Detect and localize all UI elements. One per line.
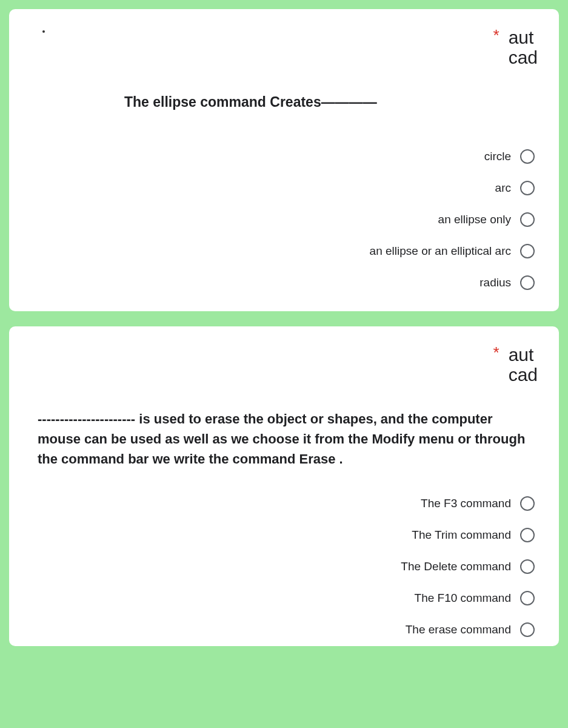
radio-icon[interactable]: [520, 496, 535, 511]
radio-icon[interactable]: [520, 275, 535, 290]
category-label: aut cad: [509, 345, 538, 385]
option-label: The Trim command: [412, 528, 511, 542]
radio-icon[interactable]: [520, 244, 535, 258]
option-label: an ellipse only: [438, 213, 511, 226]
option-row[interactable]: an ellipse only: [438, 212, 535, 227]
card-header: * aut cad: [30, 345, 538, 385]
question-card-2: * aut cad ---------------------- is used…: [9, 326, 559, 646]
required-star-icon: *: [493, 27, 500, 43]
options-list: The F3 command The Trim command The Dele…: [30, 496, 538, 637]
option-row[interactable]: an ellipse or an elliptical arc: [370, 244, 535, 258]
dot-decoration: [42, 30, 45, 33]
option-row[interactable]: radius: [479, 275, 535, 290]
option-row[interactable]: arc: [495, 181, 535, 195]
card-header: * aut cad: [30, 27, 538, 67]
category-line2: cad: [509, 365, 538, 385]
radio-icon[interactable]: [520, 559, 535, 574]
option-row[interactable]: The Delete command: [401, 559, 535, 574]
radio-icon[interactable]: [520, 591, 535, 605]
option-row[interactable]: The F3 command: [421, 496, 535, 511]
option-label: an ellipse or an elliptical arc: [370, 244, 511, 258]
option-label: arc: [495, 181, 511, 195]
question-card-1: * aut cad The ellipse command Creates———…: [9, 9, 559, 311]
question-text: ---------------------- is used to erase …: [30, 409, 538, 469]
options-list: circle arc an ellipse only an ellipse or…: [30, 149, 538, 290]
question-text: The ellipse command Creates————: [30, 92, 538, 113]
option-label: The F10 command: [415, 592, 511, 605]
option-row[interactable]: The Trim command: [412, 528, 535, 542]
option-row[interactable]: The F10 command: [415, 591, 535, 605]
option-label: The erase command: [406, 623, 511, 636]
option-label: circle: [484, 150, 511, 163]
option-row[interactable]: circle: [484, 149, 535, 164]
category-label: aut cad: [509, 27, 538, 67]
radio-icon[interactable]: [520, 149, 535, 164]
option-label: The F3 command: [421, 497, 511, 510]
category-line1: aut: [509, 27, 534, 47]
option-row[interactable]: The erase command: [406, 622, 535, 637]
option-label: radius: [479, 276, 511, 289]
category-line1: aut: [509, 345, 534, 365]
radio-icon[interactable]: [520, 212, 535, 227]
category-line2: cad: [509, 47, 538, 67]
required-star-icon: *: [493, 345, 500, 360]
radio-icon[interactable]: [520, 181, 535, 195]
option-label: The Delete command: [401, 560, 511, 573]
radio-icon[interactable]: [520, 622, 535, 637]
radio-icon[interactable]: [520, 528, 535, 542]
